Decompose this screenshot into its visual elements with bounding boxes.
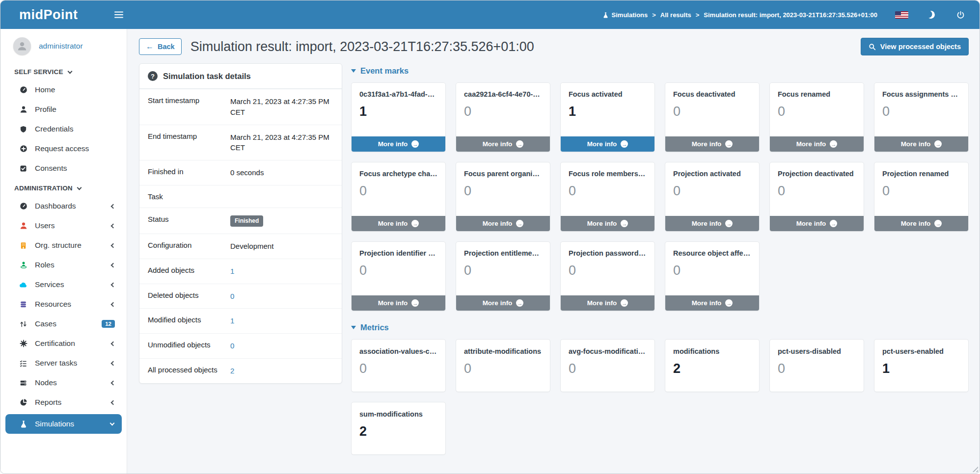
chevron-down-icon	[77, 185, 82, 190]
metric-title: attribute-modifications	[464, 347, 542, 355]
main-content: Back Simulation result: import, 2023-03-…	[127, 29, 980, 474]
sidebar-item-server-tasks[interactable]: Server tasks	[0, 353, 127, 373]
row-label: Deleted objects	[148, 291, 230, 302]
view-processed-objects-button[interactable]: View processed objects	[861, 38, 969, 55]
back-button[interactable]: Back	[139, 38, 182, 55]
more-info-button[interactable]: More info	[456, 136, 550, 152]
sidebar-item-profile[interactable]: Profile	[0, 100, 127, 119]
more-info-button[interactable]: More info	[770, 216, 864, 231]
sidebar-item-roles[interactable]: Roles	[0, 255, 127, 275]
arrow-circle-right-icon	[516, 299, 523, 307]
locale-flag-us[interactable]	[895, 11, 908, 19]
more-info-button[interactable]: More info	[874, 216, 968, 231]
row-value	[230, 192, 333, 201]
more-info-button[interactable]: More info	[561, 295, 654, 311]
more-info-button[interactable]: More info	[352, 295, 445, 311]
more-info-label: More info	[796, 140, 826, 148]
flask-icon	[19, 420, 27, 428]
building-icon	[19, 242, 27, 249]
logout-button[interactable]	[953, 8, 968, 22]
event-marks-section-toggle[interactable]: Event marks	[351, 66, 969, 76]
breadcrumb-simulations[interactable]: Simulations	[602, 11, 648, 19]
sidebar-item-cases[interactable]: Cases 12	[0, 314, 127, 334]
metrics-section-toggle[interactable]: Metrics	[351, 323, 969, 332]
added-objects-link[interactable]: 1	[230, 266, 333, 277]
chevron-left-icon	[111, 204, 116, 209]
row-label: Start timestamp	[148, 96, 230, 118]
avatar[interactable]	[13, 37, 31, 55]
modified-objects-link[interactable]: 1	[230, 316, 333, 326]
more-info-button[interactable]: More info	[665, 216, 759, 231]
all-processed-objects-link[interactable]: 2	[230, 366, 333, 376]
event-mark-title: Focus activated	[569, 90, 647, 98]
users-icon	[19, 222, 27, 230]
detail-row-status: Status Finished	[139, 208, 342, 234]
more-info-label: More info	[378, 299, 408, 307]
username-link[interactable]: administrator	[39, 42, 83, 51]
sidebar-item-services[interactable]: Services	[0, 275, 127, 294]
breadcrumb-all-results[interactable]: All results	[660, 11, 691, 19]
page-header: Back Simulation result: import, 2023-03-…	[127, 29, 980, 62]
section-administration[interactable]: ADMINISTRATION	[0, 178, 127, 196]
section-self-service[interactable]: SELF SERVICE	[0, 62, 127, 80]
sidebar-item-request-access[interactable]: Request access	[0, 139, 127, 158]
metric-card: avg-focus-modifications 0	[560, 339, 655, 392]
unmodified-objects-link[interactable]: 0	[230, 341, 333, 351]
event-mark-value: 0	[464, 263, 542, 278]
sidebar-item-label: Users	[35, 221, 104, 230]
event-mark-title: Focus renamed	[778, 90, 856, 98]
sidebar-item-resources[interactable]: Resources	[0, 294, 127, 314]
sidebar-item-users[interactable]: Users	[0, 216, 127, 236]
sidebar-item-label: Certification	[35, 339, 104, 348]
user-panel: administrator	[0, 29, 127, 62]
metric-value: 2	[673, 361, 751, 376]
chevron-left-icon	[111, 400, 116, 405]
more-info-button[interactable]: More info	[561, 216, 654, 231]
sidebar-item-label: Reports	[35, 398, 104, 407]
sidebar-toggle-button[interactable]	[109, 9, 128, 20]
more-info-button[interactable]: More info	[561, 136, 654, 152]
more-info-button[interactable]: More info	[665, 136, 759, 152]
view-button-label: View processed objects	[880, 43, 961, 51]
section-label: ADMINISTRATION	[14, 184, 73, 192]
sidebar-item-credentials[interactable]: Credentials	[0, 119, 127, 139]
row-value: March 21, 2023 at 4:27:35 PM CET	[230, 96, 333, 118]
more-info-button[interactable]: More info	[352, 216, 445, 231]
sidebar-item-label: Home	[35, 85, 115, 94]
sidebar-item-home[interactable]: Home	[0, 80, 127, 100]
sidebar-item-org-structure[interactable]: Org. structure	[0, 236, 127, 255]
detail-row-modified-objects: Modified objects 1	[139, 308, 342, 333]
gauge-icon	[19, 202, 27, 210]
sidebar-item-simulations[interactable]: Simulations	[5, 414, 122, 434]
chevron-left-icon	[111, 302, 116, 307]
event-mark-card: Projection activated 0 More info	[665, 162, 760, 232]
more-info-button[interactable]: More info	[456, 295, 550, 311]
event-mark-value: 0	[882, 184, 960, 199]
event-mark-value: 0	[778, 184, 856, 199]
sidebar-item-reports[interactable]: Reports	[0, 393, 127, 412]
row-label: All processed objects	[148, 366, 230, 376]
deleted-objects-link[interactable]: 0	[230, 291, 333, 302]
event-mark-title: Projection renamed	[882, 170, 960, 178]
event-mark-title: Resource object affected	[673, 249, 751, 257]
metric-title: modifications	[673, 347, 751, 355]
sidebar-item-certification[interactable]: Certification	[0, 334, 127, 353]
sidebar-item-dashboards[interactable]: Dashboards	[0, 196, 127, 216]
more-info-button[interactable]: More info	[352, 136, 445, 152]
more-info-button[interactable]: More info	[665, 295, 759, 311]
more-info-button[interactable]: More info	[456, 216, 550, 231]
app-logo[interactable]: midPoint	[0, 7, 109, 23]
event-mark-value: 0	[464, 184, 542, 199]
sidebar-item-nodes[interactable]: Nodes	[0, 373, 127, 393]
chevron-left-icon	[111, 380, 116, 385]
sidebar-item-consents[interactable]: Consents	[0, 158, 127, 178]
metrics-grid: association-values-ch… 0 attribute-modif…	[351, 339, 969, 455]
event-mark-card: Projection identifier c… 0 More info	[351, 241, 446, 311]
detail-row-all-processed-objects: All processed objects 2	[139, 358, 342, 383]
more-info-button[interactable]: More info	[874, 136, 968, 152]
more-info-button[interactable]: More info	[770, 136, 864, 152]
metric-value: 0	[464, 361, 542, 376]
dark-mode-button[interactable]	[924, 8, 938, 22]
sidebar-item-label: Profile	[35, 105, 115, 114]
caret-down-icon	[351, 326, 356, 329]
